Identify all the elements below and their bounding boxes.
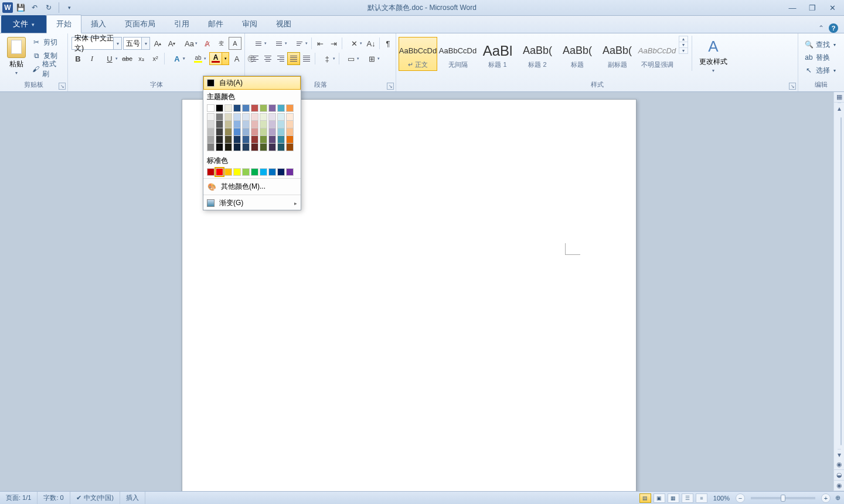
sort-button[interactable]: A↓ (365, 37, 377, 50)
color-swatch[interactable] (251, 168, 258, 176)
color-swatch[interactable] (224, 168, 232, 176)
color-swatch[interactable] (216, 121, 223, 128)
styles-expand[interactable]: ▾ (679, 48, 688, 53)
character-shading-button[interactable]: A (230, 52, 243, 65)
color-swatch[interactable] (286, 128, 294, 136)
increase-indent-button[interactable]: ⇥ (327, 37, 340, 50)
styles-scroll-up[interactable]: ▴ (679, 36, 688, 42)
tab-references[interactable]: 引用 (165, 15, 199, 33)
print-layout-view-button[interactable]: ▤ (639, 493, 651, 503)
color-swatch[interactable] (286, 104, 294, 112)
numbering-button[interactable] (269, 37, 289, 50)
font-color-dropdown[interactable]: ▾ (222, 53, 229, 64)
show-hide-marks-button[interactable]: ¶ (382, 37, 394, 50)
color-swatch[interactable] (251, 113, 258, 121)
color-swatch[interactable] (242, 128, 250, 136)
undo-icon[interactable]: ↶ (28, 1, 41, 14)
color-swatch[interactable] (233, 121, 241, 128)
color-swatch[interactable] (216, 128, 223, 136)
phonetic-guide-button[interactable]: 变 (215, 37, 227, 50)
browse-object-button[interactable]: ◒ (834, 470, 844, 481)
color-swatch[interactable] (233, 144, 241, 151)
qat-customize-icon[interactable]: ▾ (63, 1, 76, 14)
paragraph-dialog-launcher[interactable]: ↘ (387, 83, 394, 90)
color-swatch[interactable] (251, 104, 258, 112)
color-swatch[interactable] (251, 136, 258, 144)
color-swatch[interactable] (277, 128, 285, 136)
full-screen-view-button[interactable]: ▣ (654, 493, 665, 503)
color-swatch[interactable] (251, 121, 258, 128)
color-swatch[interactable] (233, 128, 241, 136)
color-swatch[interactable] (260, 113, 267, 121)
line-spacing-button[interactable]: ‡ (317, 52, 337, 65)
zoom-out-button[interactable]: − (736, 493, 745, 503)
draft-view-button[interactable]: ≡ (696, 493, 707, 503)
ruler-toggle[interactable]: ▦ (834, 92, 844, 103)
subscript-button[interactable]: x₂ (135, 52, 148, 65)
style-item[interactable]: AaBl标题 1 (478, 37, 517, 71)
color-swatch[interactable] (286, 113, 294, 121)
color-swatch[interactable] (277, 104, 285, 112)
color-swatch[interactable] (251, 144, 258, 151)
multilevel-list-button[interactable] (290, 37, 309, 50)
minimize-icon[interactable]: — (784, 2, 801, 13)
scroll-thumb[interactable] (840, 117, 842, 445)
document-area[interactable] (0, 92, 833, 491)
style-item[interactable]: AaBbCcDd不明显强调 (638, 37, 676, 71)
align-justify-button[interactable] (287, 52, 300, 65)
color-swatch[interactable] (277, 168, 285, 176)
color-swatch[interactable] (233, 168, 241, 176)
tab-page-layout[interactable]: 页面布局 (115, 15, 165, 33)
replace-button[interactable]: ab替换 (802, 51, 838, 64)
color-swatch[interactable] (233, 113, 241, 121)
color-swatch[interactable] (251, 128, 258, 136)
gradient-row[interactable]: 渐变(G) ▸ (203, 196, 301, 210)
status-insert-mode[interactable]: 插入 (120, 492, 145, 504)
font-size-combo[interactable]: 五号▾ (123, 37, 150, 50)
color-swatch[interactable] (207, 128, 215, 136)
bullets-button[interactable] (249, 37, 268, 50)
color-swatch[interactable] (224, 128, 232, 136)
find-button[interactable]: 🔍查找▾ (802, 38, 838, 51)
status-word-count[interactable]: 字数: 0 (38, 492, 70, 504)
zoom-fit-button[interactable]: ⊕ (835, 494, 840, 502)
color-swatch[interactable] (286, 121, 294, 128)
align-center-button[interactable] (261, 52, 274, 65)
color-swatch[interactable] (277, 136, 285, 144)
font-color-button[interactable]: A ▾ (209, 52, 229, 65)
color-swatch[interactable] (242, 144, 250, 151)
cut-button[interactable]: ✂剪切 (29, 36, 64, 49)
style-item[interactable]: AaBbCcDd无间隔 (438, 37, 477, 71)
align-distributed-button[interactable] (300, 52, 313, 65)
style-item[interactable]: AaBb(标题 (558, 37, 597, 71)
color-swatch[interactable] (242, 136, 250, 144)
save-icon[interactable]: 💾 (14, 1, 27, 14)
color-swatch[interactable] (268, 113, 276, 121)
scroll-down-button[interactable]: ▾ (838, 449, 841, 459)
color-swatch[interactable] (216, 113, 223, 121)
color-swatch[interactable] (286, 136, 294, 144)
italic-button[interactable]: I (86, 52, 98, 65)
shading-button[interactable]: ▭ (341, 52, 361, 65)
color-swatch[interactable] (268, 128, 276, 136)
web-layout-view-button[interactable]: ▦ (668, 493, 679, 503)
next-page-button[interactable]: ◉ (834, 481, 844, 491)
color-swatch[interactable] (207, 168, 215, 176)
color-swatch[interactable] (242, 121, 250, 128)
style-item[interactable]: AaBbCcDd↵ 正文 (399, 37, 437, 71)
style-item[interactable]: AaBb(标题 2 (518, 37, 557, 71)
color-swatch[interactable] (260, 121, 267, 128)
tab-file[interactable]: 文件 (1, 15, 46, 33)
change-case-button[interactable]: Aa (179, 37, 199, 50)
color-swatch[interactable] (260, 144, 267, 151)
underline-button[interactable]: U (100, 52, 120, 65)
color-swatch[interactable] (216, 168, 223, 176)
minimize-ribbon-icon[interactable]: ⌃ (818, 24, 824, 32)
previous-page-button[interactable]: ◉ (834, 459, 844, 470)
color-swatch[interactable] (242, 113, 250, 121)
change-styles-button[interactable]: A 更改样式 ▾ (696, 36, 731, 74)
color-swatch[interactable] (242, 104, 250, 112)
color-swatch[interactable] (224, 113, 232, 121)
color-swatch[interactable] (260, 128, 267, 136)
color-swatch[interactable] (224, 136, 232, 144)
